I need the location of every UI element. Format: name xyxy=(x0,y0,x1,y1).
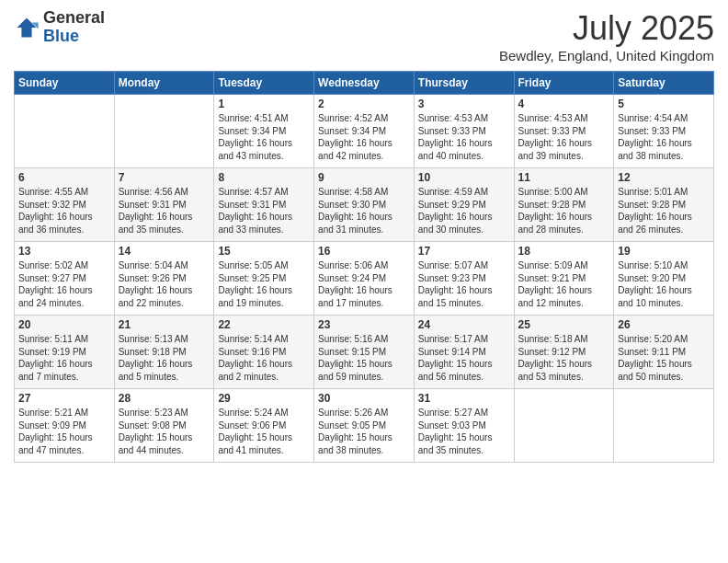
logo-blue-text: Blue xyxy=(43,27,79,45)
calendar-cell: 15Sunrise: 5:05 AMSunset: 9:25 PMDayligh… xyxy=(214,242,314,316)
calendar-cell: 10Sunrise: 4:59 AMSunset: 9:29 PMDayligh… xyxy=(414,168,514,242)
day-number: 29 xyxy=(218,392,310,405)
day-number: 31 xyxy=(418,392,510,405)
week-row-1: 6Sunrise: 4:55 AMSunset: 9:32 PMDaylight… xyxy=(15,168,714,242)
day-detail: Sunrise: 5:05 AMSunset: 9:25 PMDaylight:… xyxy=(218,259,310,309)
day-detail: Sunrise: 5:16 AMSunset: 9:15 PMDaylight:… xyxy=(318,333,410,383)
calendar-cell xyxy=(514,389,614,463)
day-detail: Sunrise: 5:24 AMSunset: 9:06 PMDaylight:… xyxy=(218,407,310,456)
week-row-3: 20Sunrise: 5:11 AMSunset: 9:19 PMDayligh… xyxy=(15,316,714,389)
day-detail: Sunrise: 4:53 AMSunset: 9:33 PMDaylight:… xyxy=(518,112,610,162)
day-detail: Sunrise: 4:51 AMSunset: 9:34 PMDaylight:… xyxy=(218,112,310,162)
day-number: 5 xyxy=(618,98,710,110)
day-number: 6 xyxy=(18,171,110,184)
day-number: 17 xyxy=(418,245,510,258)
day-detail: Sunrise: 5:27 AMSunset: 9:03 PMDaylight:… xyxy=(418,407,510,456)
day-detail: Sunrise: 5:09 AMSunset: 9:21 PMDaylight:… xyxy=(518,259,610,309)
day-number: 22 xyxy=(218,318,310,331)
main-title: July 2025 xyxy=(499,9,714,48)
header-day-thursday: Thursday xyxy=(414,72,514,95)
calendar-cell: 7Sunrise: 4:56 AMSunset: 9:31 PMDaylight… xyxy=(114,168,214,242)
header-day-friday: Friday xyxy=(514,72,614,95)
day-detail: Sunrise: 5:00 AMSunset: 9:28 PMDaylight:… xyxy=(518,186,610,236)
day-detail: Sunrise: 4:53 AMSunset: 9:33 PMDaylight:… xyxy=(418,112,510,162)
calendar-cell: 21Sunrise: 5:13 AMSunset: 9:18 PMDayligh… xyxy=(114,316,214,389)
calendar: SundayMondayTuesdayWednesdayThursdayFrid… xyxy=(14,71,714,463)
calendar-cell: 22Sunrise: 5:14 AMSunset: 9:16 PMDayligh… xyxy=(214,316,314,389)
calendar-cell: 14Sunrise: 5:04 AMSunset: 9:26 PMDayligh… xyxy=(114,242,214,316)
calendar-cell: 12Sunrise: 5:01 AMSunset: 9:28 PMDayligh… xyxy=(614,168,714,242)
day-detail: Sunrise: 4:58 AMSunset: 9:30 PMDaylight:… xyxy=(318,186,410,236)
title-block: July 2025 Bewdley, England, United Kingd… xyxy=(499,9,714,63)
day-detail: Sunrise: 5:26 AMSunset: 9:05 PMDaylight:… xyxy=(318,407,410,456)
day-number: 2 xyxy=(318,98,410,110)
calendar-cell: 18Sunrise: 5:09 AMSunset: 9:21 PMDayligh… xyxy=(514,242,614,316)
calendar-cell: 9Sunrise: 4:58 AMSunset: 9:30 PMDaylight… xyxy=(314,168,415,242)
calendar-cell xyxy=(614,389,714,463)
header-row: SundayMondayTuesdayWednesdayThursdayFrid… xyxy=(15,72,714,95)
header-day-wednesday: Wednesday xyxy=(314,72,415,95)
day-detail: Sunrise: 5:01 AMSunset: 9:28 PMDaylight:… xyxy=(618,186,710,236)
calendar-cell: 31Sunrise: 5:27 AMSunset: 9:03 PMDayligh… xyxy=(414,389,514,463)
calendar-cell xyxy=(114,95,214,168)
logo-icon xyxy=(14,15,40,40)
calendar-cell: 5Sunrise: 4:54 AMSunset: 9:33 PMDaylight… xyxy=(614,95,714,168)
calendar-cell: 24Sunrise: 5:17 AMSunset: 9:14 PMDayligh… xyxy=(414,316,514,389)
logo-general-text: General xyxy=(43,8,105,27)
page: General Blue July 2025 Bewdley, England,… xyxy=(0,0,728,563)
day-number: 30 xyxy=(318,392,410,405)
header-day-tuesday: Tuesday xyxy=(214,72,314,95)
day-number: 26 xyxy=(618,318,710,331)
day-detail: Sunrise: 4:56 AMSunset: 9:31 PMDaylight:… xyxy=(119,186,210,236)
day-number: 15 xyxy=(218,245,310,258)
calendar-cell: 29Sunrise: 5:24 AMSunset: 9:06 PMDayligh… xyxy=(214,389,314,463)
day-number: 23 xyxy=(318,318,410,331)
logo: General Blue xyxy=(14,9,105,46)
week-row-4: 27Sunrise: 5:21 AMSunset: 9:09 PMDayligh… xyxy=(15,389,714,463)
day-number: 3 xyxy=(418,98,510,110)
day-number: 12 xyxy=(618,171,710,184)
calendar-cell: 2Sunrise: 4:52 AMSunset: 9:34 PMDaylight… xyxy=(314,95,415,168)
day-detail: Sunrise: 5:13 AMSunset: 9:18 PMDaylight:… xyxy=(119,333,210,383)
day-detail: Sunrise: 4:55 AMSunset: 9:32 PMDaylight:… xyxy=(18,186,110,236)
day-detail: Sunrise: 5:10 AMSunset: 9:20 PMDaylight:… xyxy=(618,259,710,309)
day-detail: Sunrise: 5:20 AMSunset: 9:11 PMDaylight:… xyxy=(618,333,710,383)
day-number: 25 xyxy=(518,318,610,331)
calendar-cell: 25Sunrise: 5:18 AMSunset: 9:12 PMDayligh… xyxy=(514,316,614,389)
day-number: 24 xyxy=(418,318,510,331)
day-detail: Sunrise: 5:02 AMSunset: 9:27 PMDaylight:… xyxy=(18,259,110,309)
day-number: 13 xyxy=(18,245,110,258)
calendar-cell: 8Sunrise: 4:57 AMSunset: 9:31 PMDaylight… xyxy=(214,168,314,242)
day-detail: Sunrise: 4:52 AMSunset: 9:34 PMDaylight:… xyxy=(318,112,410,162)
calendar-cell: 1Sunrise: 4:51 AMSunset: 9:34 PMDaylight… xyxy=(214,95,314,168)
day-detail: Sunrise: 4:54 AMSunset: 9:33 PMDaylight:… xyxy=(618,112,710,162)
calendar-cell: 13Sunrise: 5:02 AMSunset: 9:27 PMDayligh… xyxy=(15,242,115,316)
day-number: 10 xyxy=(418,171,510,184)
calendar-header: SundayMondayTuesdayWednesdayThursdayFrid… xyxy=(15,72,714,95)
calendar-cell: 23Sunrise: 5:16 AMSunset: 9:15 PMDayligh… xyxy=(314,316,415,389)
day-number: 4 xyxy=(518,98,610,110)
day-number: 7 xyxy=(119,171,210,184)
calendar-cell: 26Sunrise: 5:20 AMSunset: 9:11 PMDayligh… xyxy=(614,316,714,389)
week-row-0: 1Sunrise: 4:51 AMSunset: 9:34 PMDaylight… xyxy=(15,95,714,168)
day-number: 21 xyxy=(119,318,210,331)
day-detail: Sunrise: 5:21 AMSunset: 9:09 PMDaylight:… xyxy=(18,407,110,456)
calendar-cell: 19Sunrise: 5:10 AMSunset: 9:20 PMDayligh… xyxy=(614,242,714,316)
calendar-cell: 30Sunrise: 5:26 AMSunset: 9:05 PMDayligh… xyxy=(314,389,415,463)
day-detail: Sunrise: 5:14 AMSunset: 9:16 PMDaylight:… xyxy=(218,333,310,383)
day-detail: Sunrise: 5:11 AMSunset: 9:19 PMDaylight:… xyxy=(18,333,110,383)
day-number: 19 xyxy=(618,245,710,258)
svg-marker-0 xyxy=(17,17,37,37)
day-detail: Sunrise: 5:23 AMSunset: 9:08 PMDaylight:… xyxy=(119,407,210,456)
day-number: 8 xyxy=(218,171,310,184)
day-detail: Sunrise: 5:07 AMSunset: 9:23 PMDaylight:… xyxy=(418,259,510,309)
day-number: 11 xyxy=(518,171,610,184)
day-number: 28 xyxy=(119,392,210,405)
calendar-body: 1Sunrise: 4:51 AMSunset: 9:34 PMDaylight… xyxy=(15,95,714,463)
calendar-cell: 6Sunrise: 4:55 AMSunset: 9:32 PMDaylight… xyxy=(15,168,115,242)
calendar-cell: 28Sunrise: 5:23 AMSunset: 9:08 PMDayligh… xyxy=(114,389,214,463)
calendar-cell xyxy=(15,95,115,168)
header: General Blue July 2025 Bewdley, England,… xyxy=(14,9,714,63)
week-row-2: 13Sunrise: 5:02 AMSunset: 9:27 PMDayligh… xyxy=(15,242,714,316)
calendar-cell: 20Sunrise: 5:11 AMSunset: 9:19 PMDayligh… xyxy=(15,316,115,389)
